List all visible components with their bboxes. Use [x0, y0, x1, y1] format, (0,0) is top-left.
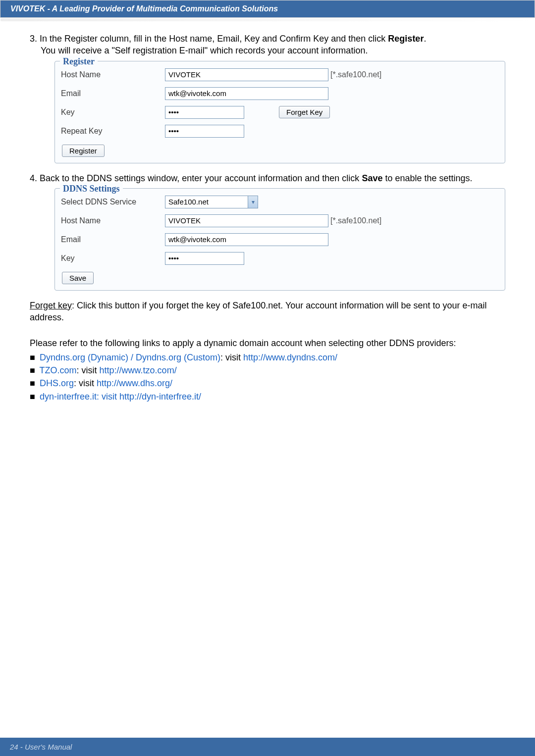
link-dyndns: ■ Dyndns.org (Dynamic) / Dyndns.org (Cus…	[30, 352, 505, 363]
select-service-label: Select DDNS Service	[61, 197, 165, 207]
repeat-key-label: Repeat Key	[61, 126, 165, 137]
link-mid: : visit	[74, 378, 97, 388]
link-mid: : visit	[77, 365, 100, 375]
chevron-down-icon: ▾	[248, 196, 258, 208]
link-mid: : visit	[97, 392, 119, 402]
provider-url[interactable]: http://www.dhs.org/	[97, 378, 172, 388]
header-title: VIVOTEK - A Leading Provider of Multimed…	[0, 0, 535, 17]
step-sub: You will receive a "Self registration E-…	[41, 45, 505, 56]
page-content: 3. In the Register column, fill in the H…	[0, 33, 535, 403]
host-suffix: [*.safe100.net]	[330, 69, 381, 80]
host-name-input[interactable]	[165, 68, 328, 81]
provider-url[interactable]: http://www.dyndns.com/	[243, 353, 337, 362]
ddns-host-suffix: [*.safe100.net]	[330, 215, 381, 226]
step-number-4: 4.	[30, 173, 37, 183]
email-label: Email	[61, 88, 165, 99]
register-fieldset: Register Host Name [*.safe100.net] Email…	[54, 61, 505, 163]
bullet-icon: ■	[30, 365, 35, 375]
provider-links: ■ Dyndns.org (Dynamic) / Dyndns.org (Cus…	[30, 352, 505, 403]
link-dyninterfree: ■ dyn-interfree.it: visit http://dyn-int…	[30, 391, 505, 403]
bullet-icon: ■	[30, 392, 35, 402]
forget-key-button[interactable]: Forget Key	[279, 106, 330, 118]
ddns-legend: DDNS Settings	[60, 183, 123, 195]
register-button[interactable]: Register	[62, 145, 105, 157]
step-tail: .	[424, 34, 426, 44]
ddns-host-input[interactable]	[165, 214, 328, 227]
row-host-name: Host Name [*.safe100.net]	[61, 65, 499, 84]
email-input[interactable]	[165, 87, 328, 100]
row-ddns-email: Email	[61, 230, 499, 249]
repeat-key-input[interactable]	[165, 125, 244, 138]
save-button[interactable]: Save	[62, 272, 94, 284]
provider-name: dyn-interfree.it	[40, 392, 97, 402]
provider-name: Dyndns.org (Dynamic) / Dyndns.org (Custo…	[40, 353, 220, 362]
page-footer: 24 - User's Manual	[0, 738, 535, 756]
row-ddns-key: Key	[61, 249, 499, 268]
step4-bold: Save	[362, 173, 382, 183]
key-label: Key	[61, 107, 165, 118]
row-ddns-host: Host Name [*.safe100.net]	[61, 211, 499, 230]
ddns-email-label: Email	[61, 234, 165, 245]
link-tzo: ■ TZO.com: visit http://www.tzo.com/	[30, 364, 505, 376]
page-header: VIVOTEK - A Leading Provider of Multimed…	[0, 0, 535, 18]
ddns-service-select[interactable]: Safe100.net ▾	[165, 196, 258, 208]
row-select-service: Select DDNS Service Safe100.net ▾	[61, 193, 499, 211]
row-email: Email	[61, 84, 499, 103]
forget-key-lead: Forget key	[30, 301, 72, 310]
provider-url[interactable]: http://dyn-interfree.it/	[119, 392, 201, 402]
footer-text: 24 - User's Manual	[10, 743, 72, 751]
row-repeat-key: Repeat Key	[61, 122, 499, 141]
ddns-fieldset: DDNS Settings Select DDNS Service Safe10…	[54, 188, 505, 291]
step-bold: Register	[388, 34, 424, 44]
step-3: 3. In the Register column, fill in the H…	[30, 33, 505, 57]
ddns-key-input[interactable]	[165, 252, 244, 265]
provider-url[interactable]: http://www.tzo.com/	[100, 365, 177, 375]
step4-text: Back to the DDNS settings window, enter …	[40, 173, 362, 183]
key-input[interactable]	[165, 106, 244, 119]
bullet-icon: ■	[30, 353, 35, 362]
ddns-host-label: Host Name	[61, 215, 165, 226]
links-intro: Please refer to the following links to a…	[30, 337, 505, 349]
provider-name: TZO.com	[40, 365, 77, 375]
host-name-label: Host Name	[61, 69, 165, 80]
ddns-key-label: Key	[61, 253, 165, 264]
forget-key-rest: : Click this button if you forget the ke…	[30, 301, 487, 322]
step4-tail: to enable the settings.	[382, 173, 472, 183]
link-mid: : visit	[220, 353, 243, 362]
provider-name: DHS.org	[40, 378, 74, 388]
bullet-icon: ■	[30, 378, 35, 388]
forget-key-note: Forget key: Click this button if you for…	[30, 300, 505, 324]
link-dhs: ■ DHS.org: visit http://www.dhs.org/	[30, 377, 505, 389]
step-number: 3.	[30, 34, 37, 44]
ddns-email-input[interactable]	[165, 233, 328, 246]
register-legend: Register	[60, 55, 98, 67]
row-key: Key Forget Key	[61, 103, 499, 122]
select-value: Safe100.net	[168, 197, 209, 207]
step-text: In the Register column, fill in the Host…	[40, 34, 388, 44]
